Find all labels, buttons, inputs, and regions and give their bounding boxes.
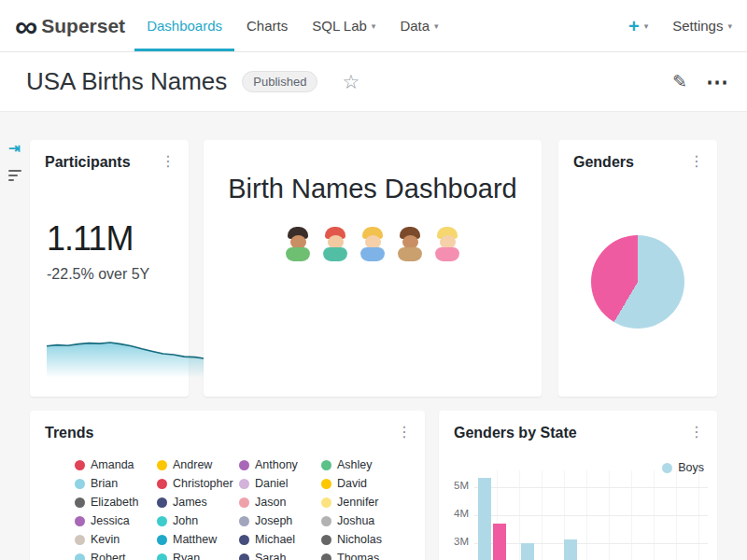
legend-dot [239,479,249,489]
legend-label: Thomas [337,552,379,560]
kid-figure-5 [433,227,461,261]
legend-item-daniel[interactable]: Daniel [239,477,321,490]
legend-item-thomas[interactable]: Thomas [321,552,403,560]
legend-item-sarah[interactable]: Sarah [239,552,321,560]
legend-item-kevin[interactable]: Kevin [75,533,157,546]
legend-item-andrew[interactable]: Andrew [157,458,239,471]
legend-label: Nicholas [337,533,382,546]
legend-item-joseph[interactable]: Joseph [239,514,321,527]
legend-item-john[interactable]: John [157,514,239,527]
edit-pencil-icon[interactable]: ✎ [672,71,687,92]
genders-card: Genders ⋮ [558,140,717,397]
settings-label: Settings [672,18,723,34]
legend-dot [157,553,167,560]
legend-dot [157,460,167,470]
legend-label: Jennifer [337,496,378,509]
legend-label: Christopher [173,477,233,490]
trend-subtext: -22.5% over 5Y [47,266,189,283]
filter-icon[interactable] [8,170,21,184]
card-title: Genders by State [454,425,577,441]
legend-label: Joseph [255,514,292,527]
new-item-button[interactable]: + ▾ [628,17,648,35]
bar-boys[interactable] [564,539,577,560]
dashboard-title: USA Births Names [26,67,227,96]
legend-item-ryan[interactable]: Ryan [157,552,239,560]
superset-logo[interactable]: ∞ Superset [15,0,125,51]
nav-item-charts[interactable]: Charts [234,0,300,51]
legend-item-matthew[interactable]: Matthew [157,533,239,546]
legend-dot [239,516,249,526]
legend-dot [157,535,167,545]
participants-sparkline [47,329,205,378]
legend-label: Brian [91,477,118,490]
nav-item-sql-lab[interactable]: SQL Lab▾ [300,0,388,51]
expand-filter-bar-icon[interactable]: ⇥ [8,140,21,157]
trends-card: Trends ⋮ AmandaAndrewAnthonyAshleyBrianC… [30,411,425,560]
nav-item-label: Charts [247,18,288,34]
legend-dot [157,497,167,508]
legend-dot [75,553,85,560]
kebab-menu-icon[interactable]: ⋮ [161,154,176,169]
caret-down-icon: ▾ [644,21,649,31]
kebab-menu-icon[interactable]: ⋮ [689,154,704,169]
more-options-icon[interactable]: ⋯ [706,69,728,95]
top-navbar: ∞ Superset DashboardsChartsSQL Lab▾Data▾… [0,0,747,52]
legend-dot [321,516,331,526]
bar-girls[interactable] [493,524,506,560]
markdown-heading: Birth Names Dashboard [204,174,542,204]
legend-item-ashley[interactable]: Ashley [321,458,403,471]
kid-figure-1 [284,227,312,261]
nav-item-label: Data [400,18,430,34]
legend-dot [321,479,331,489]
nav-item-dashboards[interactable]: Dashboards [134,0,234,51]
legend-dot [239,535,249,545]
legend-item-james[interactable]: James [157,496,239,509]
gridline-horizontal [474,543,708,544]
superset-logo-icon: ∞ [15,10,35,42]
published-badge[interactable]: Published [242,71,317,92]
legend-item-elizabeth[interactable]: Elizabeth [75,496,157,509]
legend-label: Kevin [91,533,120,546]
brand-name: Superset [41,15,125,37]
legend-item-david[interactable]: David [321,477,403,490]
kebab-menu-icon[interactable]: ⋮ [397,425,412,440]
legend-item-anthony[interactable]: Anthony [239,458,321,471]
bar-boys[interactable] [521,543,534,560]
legend-dot [321,535,331,545]
legend-dot [321,460,331,470]
main-nav: DashboardsChartsSQL Lab▾Data▾ [134,0,450,51]
legend-dot [75,497,85,508]
caret-down-icon: ▾ [434,21,439,31]
legend-label: John [173,514,198,527]
favorite-star-icon[interactable]: ☆ [342,71,359,93]
participants-card: Participants ⋮ 1.11M -22.5% over 5Y [30,140,189,397]
legend-item-amanda[interactable]: Amanda [75,458,157,471]
legend-label: Ryan [173,552,200,560]
genders-by-state-card: Genders by State ⋮ Boys 5M4M3M [439,411,717,560]
legend-item-brian[interactable]: Brian [75,477,157,490]
legend-label: Ashley [337,458,373,471]
superset-app: ∞ Superset DashboardsChartsSQL Lab▾Data▾… [0,0,747,560]
legend-item-jessica[interactable]: Jessica [75,514,157,527]
legend-label: Anthony [255,458,298,471]
legend-item-michael[interactable]: Michael [239,533,321,546]
legend-item-nicholas[interactable]: Nicholas [321,533,403,546]
legend-dot [321,553,331,560]
legend-item-jennifer[interactable]: Jennifer [321,496,403,509]
bar-boys[interactable] [478,478,491,560]
legend-dot [157,479,167,489]
markdown-card: Birth Names Dashboard [204,140,542,397]
legend-item-jason[interactable]: Jason [239,496,321,509]
legend-item-christopher[interactable]: Christopher [157,477,239,490]
legend-item-robert[interactable]: Robert [75,552,157,560]
genders-pie[interactable] [591,235,684,329]
legend-label: David [337,477,367,490]
kebab-menu-icon[interactable]: ⋮ [689,425,704,440]
legend-label: Jessica [91,514,130,527]
nav-item-data[interactable]: Data▾ [388,0,450,51]
legend-item-joshua[interactable]: Joshua [321,514,403,527]
settings-menu[interactable]: Settings ▾ [672,18,732,34]
legend-dot [75,479,85,489]
legend-dot [75,516,85,526]
kid-figure-4 [396,227,424,261]
